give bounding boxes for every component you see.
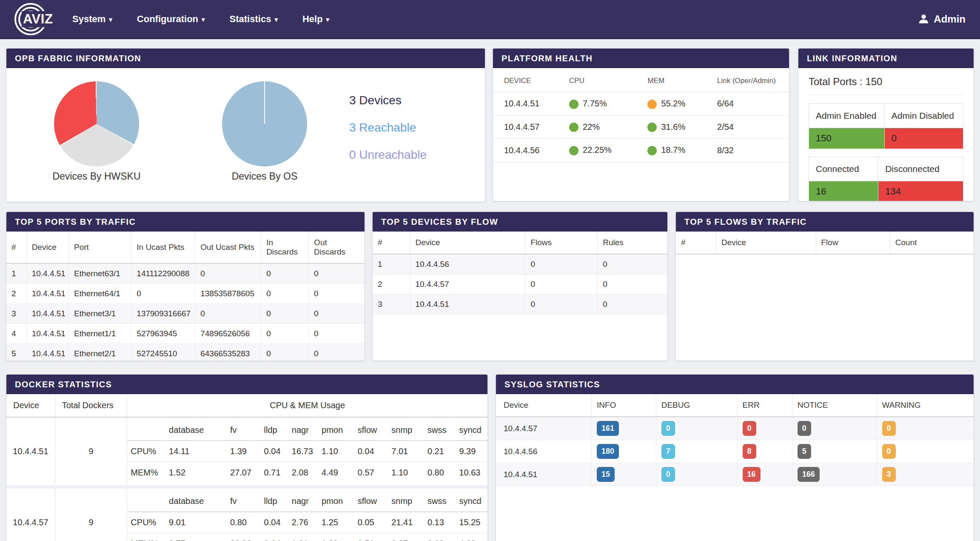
panel-top5-devices-by-flow: TOP 5 DEVICES BY FLOW #DeviceFlowsRules1… xyxy=(372,212,668,361)
cell: 0 xyxy=(309,284,365,304)
column-header: # xyxy=(676,232,716,254)
cell: 1.25 xyxy=(318,512,354,533)
warning-badge: 0 xyxy=(882,421,896,436)
docker-name-header: pmon xyxy=(318,420,354,441)
nav-menu-configuration[interactable]: Configuration▾ xyxy=(137,14,205,25)
cell: 0.71 xyxy=(261,462,288,484)
debug-badge: 0 xyxy=(661,467,675,482)
info-badge: 180 xyxy=(597,444,619,459)
aviz-logo[interactable]: AVIZ xyxy=(14,3,47,35)
debug-cell: 0 xyxy=(656,463,737,486)
cell: 0 xyxy=(261,284,309,304)
cell: 3 xyxy=(6,304,26,324)
cell: 0 xyxy=(598,254,667,275)
pie-chart-label: Devices By OS xyxy=(205,171,324,182)
link-cell: 2/54 xyxy=(712,115,789,139)
err-cell: 8 xyxy=(737,440,792,463)
device-cell: 10.4.4.57 xyxy=(496,417,592,440)
column-header: CPU & MEM Usage xyxy=(127,394,487,417)
cell: 0 xyxy=(261,263,309,284)
nav-menu-statistics[interactable]: Statistics▾ xyxy=(230,14,278,25)
docker-name-header: swss xyxy=(424,491,456,512)
device-cell: 10.4.4.56 xyxy=(493,139,564,162)
navbar: AVIZ System▾Configuration▾Statistics▾Hel… xyxy=(0,0,980,39)
notice-cell: 0 xyxy=(792,417,877,440)
cell: 0 xyxy=(525,275,598,295)
cell: 527245510 xyxy=(131,344,195,361)
warning-cell: 0 xyxy=(877,440,974,463)
mem-cell: 55.2% xyxy=(642,92,712,116)
panel-docker-statistics: DOCKER STATISTICS DeviceTotal DockersCPU… xyxy=(6,374,488,541)
notice-badge: 166 xyxy=(798,467,820,482)
panel-title: DOCKER STATISTICS xyxy=(6,375,487,394)
warning-badge: 0 xyxy=(882,444,896,459)
admin-enabled-value: 150 xyxy=(809,128,885,149)
top5-flows-by-traffic-table: #DeviceFlowCount xyxy=(676,232,974,255)
docker-name-header xyxy=(127,491,165,512)
cell: 0.13 xyxy=(424,512,456,533)
platform-health-row: 10.4.4.5622.25%18.7%8/32 xyxy=(493,139,789,162)
cell: 0 xyxy=(309,324,365,344)
cell: 9.39 xyxy=(456,441,487,462)
docker-name-header: lldp xyxy=(261,491,288,512)
info-cell: 15 xyxy=(592,463,656,486)
cell: 0 xyxy=(525,254,598,275)
column-header: Device xyxy=(716,232,816,254)
mem-cell: 31.6% xyxy=(642,115,712,139)
user-icon xyxy=(918,13,929,25)
err-badge: 16 xyxy=(743,467,761,482)
err-badge: 8 xyxy=(743,444,756,459)
column-header: # xyxy=(373,232,410,254)
docker-usage-table: databasefvlldpnagrpmonsflowsnmpswsssyncd… xyxy=(127,491,487,541)
device-cell: 10.4.4.56 xyxy=(496,440,592,463)
cell: 527963945 xyxy=(131,324,195,344)
docker-usage-row: CPU%9.010.800.042.761.250.0521.410.1315.… xyxy=(127,512,487,533)
cell: 0.64 xyxy=(261,533,288,541)
connected-header: Connected xyxy=(809,157,878,181)
platform-health-row: 10.4.4.517.75%55.2%6/64 xyxy=(493,92,789,116)
admin-disabled-value: 0 xyxy=(884,128,963,149)
user-menu[interactable]: Admin xyxy=(918,13,966,25)
cell: 1.10 xyxy=(388,462,424,484)
column-header: MEM xyxy=(642,68,712,92)
cell: 0 xyxy=(525,295,598,315)
nav-menu-help[interactable]: Help▾ xyxy=(302,14,329,25)
status-dot-icon xyxy=(647,100,657,109)
port-traffic-row: 310.4.4.51Ethernet3/1137909316667000 xyxy=(6,304,365,324)
platform-health-row: 10.4.4.5722%31.6%2/54 xyxy=(493,115,789,139)
cell: 2.76 xyxy=(288,512,318,533)
cell: Ethernet63/1 xyxy=(68,263,131,284)
cell: 1 xyxy=(373,254,410,275)
column-header: Count xyxy=(890,232,974,254)
column-header: NOTICE xyxy=(792,394,877,417)
docker-name-header: database xyxy=(165,491,227,512)
err-cell: 0 xyxy=(737,417,792,440)
cell: 0.95 xyxy=(388,533,424,541)
cell: 4.49 xyxy=(318,462,354,484)
column-header: Out Ucast Pkts xyxy=(195,232,261,263)
nav-menu-label: Configuration xyxy=(137,14,198,25)
cpu-cell: 22.25% xyxy=(564,139,642,162)
cpu-mem-usage-cell: databasefvlldpnagrpmonsflowsnmpswsssyncd… xyxy=(127,417,487,487)
pie-chart-devices-by-hwsku xyxy=(54,81,139,166)
cell: 3 xyxy=(373,295,410,315)
device-flow-row: 110.4.4.5600 xyxy=(373,254,667,275)
cell: Ethernet3/1 xyxy=(68,304,131,324)
docker-usage-row: CPU%14.111.390.0416.731.100.047.010.219.… xyxy=(127,441,487,462)
docker-name-header: database xyxy=(165,420,227,441)
cell: 10.4.4.51 xyxy=(410,295,525,315)
cell: 0 xyxy=(309,304,365,324)
docker-usage-row: MEM%0.7726.900.641.911.390.510.950.634.6… xyxy=(127,533,487,541)
connected-value: 16 xyxy=(809,181,878,202)
total-dockers-cell: 9 xyxy=(55,417,127,487)
cell: 9.01 xyxy=(165,512,227,533)
panel-title: OPB FABRIC INFORMATION xyxy=(6,49,485,68)
debug-cell: 7 xyxy=(656,440,737,463)
syslog-row: 10.4.4.571610000 xyxy=(496,417,974,440)
column-header: ERR xyxy=(737,394,792,417)
panel-title: LINK INFORMATION xyxy=(798,49,974,68)
cell: 27.07 xyxy=(227,462,261,484)
docker-name-header: lldp xyxy=(261,420,288,441)
cpu-cell: 7.75% xyxy=(564,92,642,116)
nav-menu-system[interactable]: System▾ xyxy=(72,14,112,25)
